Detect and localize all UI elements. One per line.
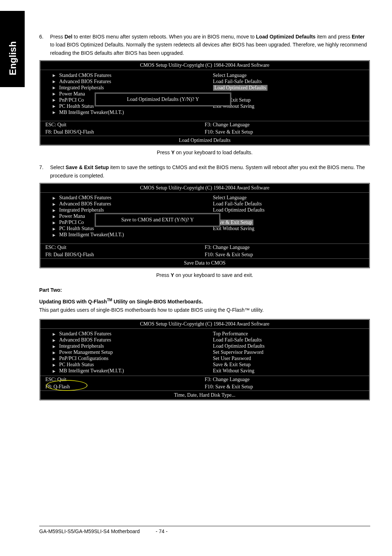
bios-hints-2: F8: Q-Flash F10: Save & Exit Setup (40, 383, 369, 391)
triangle-icon: ▶ (49, 104, 59, 108)
bios-right-column: Select Language Load Fail-Safe Defaults … (213, 72, 360, 119)
step-6: 6. Press Del to enter BIOS menu after sy… (39, 33, 370, 57)
triangle-icon: ▶ (49, 369, 59, 373)
bios-screenshot-3: CMOS Setup Utility-Copyright (C) 1984-20… (39, 319, 370, 401)
step-text: Select Save & Exit Setup item to save th… (50, 163, 370, 180)
triangle-icon: ▶ (49, 86, 59, 90)
bios-screenshot-2: CMOS Setup Utility-Copyright (C) 1984-20… (39, 183, 370, 269)
bios-title: CMOS Setup Utility-Copyright (C) 1984-20… (40, 184, 369, 193)
caption-2: Press Y on your keyboard to save and exi… (39, 272, 370, 278)
part-two-body: This part guides users of single-BIOS mo… (39, 306, 370, 314)
triangle-icon: ▶ (49, 221, 59, 225)
bios-title: CMOS Setup Utility-Copyright (C) 1984-20… (40, 61, 369, 70)
part-two-heading: Part Two: (39, 286, 370, 295)
step-number: 6. (39, 33, 50, 57)
triangle-icon: ▶ (49, 98, 59, 102)
triangle-icon: ▶ (49, 208, 59, 212)
triangle-icon: ▶ (49, 79, 59, 83)
confirm-dialog: Load Optimized Defaults (Y/N)? Y (95, 93, 231, 106)
triangle-icon: ▶ (49, 196, 59, 200)
step-number: 7. (39, 163, 50, 180)
triangle-icon: ▶ (49, 202, 59, 206)
triangle-icon: ▶ (49, 227, 59, 231)
triangle-icon: ▶ (49, 357, 59, 361)
bios-screenshot-1: CMOS Setup Utility-Copyright (C) 1984-20… (39, 60, 370, 146)
bios-hints: ESC: Quit F3: Change Language (40, 376, 369, 383)
triangle-icon: ▶ (49, 338, 59, 342)
triangle-icon: ▶ (49, 351, 59, 355)
page-number: - 74 - (156, 528, 168, 534)
caption-1: Press Y on your keyboard to load default… (39, 150, 370, 155)
step-7: 7. Select Save & Exit Setup item to save… (39, 163, 370, 180)
bios-hints-2: F8: Dual BIOS/Q-Flash F10: Save & Exit S… (40, 251, 369, 258)
selected-item: Load Optimized Defaults (213, 85, 268, 91)
triangle-icon: ▶ (49, 344, 59, 348)
bios-status: Save Data to CMOS (40, 258, 369, 267)
triangle-icon: ▶ (49, 233, 59, 237)
triangle-icon: ▶ (49, 92, 59, 96)
triangle-icon: ▶ (49, 332, 59, 336)
step-text: Press Del to enter BIOS menu after syste… (50, 33, 370, 57)
bios-hints: ESC: Quit F3: Change Language (40, 244, 369, 251)
language-label: English (7, 31, 19, 86)
triangle-icon: ▶ (49, 73, 59, 77)
bios-left-column: ▶Standard CMOS Features ▶Advanced BIOS F… (49, 331, 213, 374)
triangle-icon: ▶ (49, 110, 59, 114)
bios-title: CMOS Setup Utility-Copyright (C) 1984-20… (40, 320, 369, 329)
bios-hints: ESC: Quit F3: Change Language (40, 121, 369, 128)
bios-status: Load Optimized Defaults (40, 136, 369, 145)
page-footer: GA-M59SLI-S5/GA-M59SLI-S4 Motherboard - … (39, 526, 370, 534)
triangle-icon: ▶ (49, 214, 59, 218)
bios-hints-2: F8: Dual BIOS/Q-Flash F10: Save & Exit S… (40, 128, 369, 136)
part-two-subheading: Updating BIOS with Q-FlashTM Utility on … (39, 297, 370, 306)
bios-right-column: Top Performance Load Fail-Safe Defaults … (213, 331, 360, 374)
bios-status: Time, Date, Hard Disk Type... (40, 391, 369, 400)
triangle-icon: ▶ (49, 363, 59, 367)
bios-right-column: Select Language Load Fail-Safe Defaults … (213, 195, 360, 242)
language-tab: English (0, 11, 25, 87)
footer-model: GA-M59SLI-S5/GA-M59SLI-S4 Motherboard (39, 528, 140, 534)
confirm-dialog: Save to CMOS and EXIT (Y/N)? Y (95, 213, 220, 227)
